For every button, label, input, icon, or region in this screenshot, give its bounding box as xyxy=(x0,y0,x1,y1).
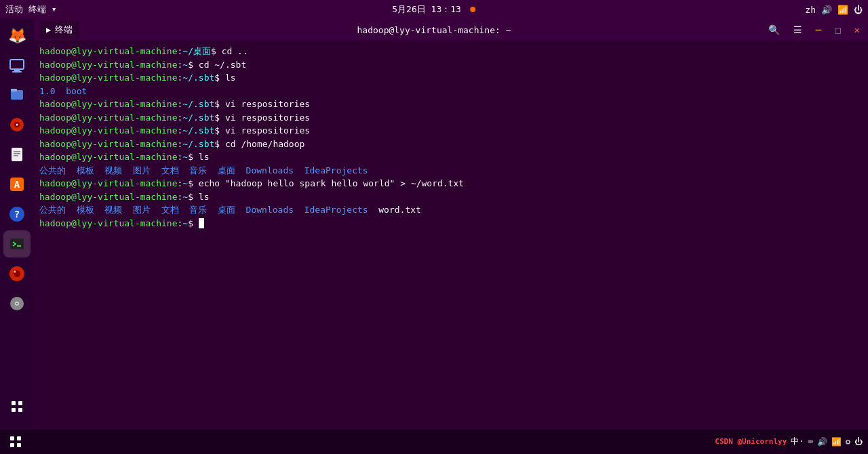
prompt-6-dir: ~/.sbt xyxy=(182,112,214,123)
watermark-text: CSDN @Unicornlyy xyxy=(715,437,787,446)
dir-moban: 模板 xyxy=(77,165,94,176)
prompt-5-dir: ~/.sbt xyxy=(182,99,214,109)
prompt-3-dollar: $ ls xyxy=(214,73,235,83)
tab-label: 终端 xyxy=(55,24,73,36)
dir-zhuomian: 桌面 xyxy=(218,165,235,176)
prompt-8-dir: ~/.sbt xyxy=(182,139,214,149)
prompt-2-dollar: $ cd ~/.sbt xyxy=(188,60,246,70)
prompt-6-green: hadoop@lyy-virtual-machine xyxy=(39,112,178,123)
svg-point-23 xyxy=(16,303,18,304)
prompt-1-dir: ~/桌面 xyxy=(182,46,211,56)
sidebar-icon-appstore[interactable]: A xyxy=(3,171,31,198)
prompt-7-dollar: $ vi respositories xyxy=(214,125,310,136)
dir-gonggong: 公共的 xyxy=(39,165,66,176)
sidebar-icon-help[interactable]: ? xyxy=(3,201,31,228)
close-button[interactable]: ✕ xyxy=(852,23,863,37)
prompt-11-dollar: $ echo "hadoop hello spark hello world" … xyxy=(188,178,464,188)
minimize-button[interactable]: ─ xyxy=(813,23,824,37)
dir2-ideaprojects: IdeaProjects xyxy=(304,205,368,215)
dir-ideaprojects: IdeaProjects xyxy=(304,165,368,176)
prompt-12-green: hadoop@lyy-virtual-machine xyxy=(39,192,178,202)
taskbar-network[interactable]: 📶 xyxy=(831,437,842,447)
terminal-line-7: hadoop@lyy-virtual-machine:~/.sbt$ vi re… xyxy=(39,124,863,138)
terminal-line-14: hadoop@lyy-virtual-machine:~$ xyxy=(39,217,863,230)
prompt-6-dollar: $ vi respositories xyxy=(214,112,310,123)
prompt-5-green: hadoop@lyy-virtual-machine xyxy=(39,99,178,109)
svg-rect-25 xyxy=(18,401,22,405)
terminal-menu[interactable]: 终端 ▾ xyxy=(28,3,57,16)
taskbar-volume[interactable]: 🔊 xyxy=(817,437,827,447)
terminal-titlebar-right: 🔍 ☰ ─ □ ✕ xyxy=(766,23,863,37)
sidebar-icon-firefox[interactable]: 🦊 xyxy=(3,22,31,49)
power-icon[interactable]: ⏻ xyxy=(854,5,863,15)
cursor xyxy=(199,218,204,228)
svg-text:?: ? xyxy=(14,209,20,220)
terminal-title: hadoop@lyy-virtual-machine: ~ xyxy=(357,25,511,35)
terminal-line-1: hadoop@lyy-virtual-machine:~/桌面$ cd .. xyxy=(39,45,863,58)
sidebar-icon-camera[interactable] xyxy=(3,260,31,287)
sidebar-icon-files[interactable] xyxy=(3,81,31,108)
terminal-titlebar-left: ▶ 终端 xyxy=(39,21,79,39)
sidebar-icon-music[interactable] xyxy=(3,111,31,138)
output-boot: boot xyxy=(66,86,87,96)
network-icon[interactable]: 📶 xyxy=(837,5,848,15)
prompt-3-dir: ~/.sbt xyxy=(182,73,214,83)
terminal-content[interactable]: hadoop@lyy-virtual-machine:~/桌面$ cd .. h… xyxy=(34,41,868,428)
output-10: 1.0 xyxy=(39,86,55,96)
svg-rect-24 xyxy=(12,401,16,405)
svg-rect-0 xyxy=(10,60,24,69)
sidebar-icon-text[interactable] xyxy=(3,141,31,168)
svg-rect-1 xyxy=(14,69,20,71)
svg-rect-26 xyxy=(12,408,16,412)
svg-rect-2 xyxy=(12,71,22,73)
sidebar-icon-dvd[interactable] xyxy=(3,290,31,317)
svg-rect-27 xyxy=(18,408,22,412)
svg-rect-30 xyxy=(10,443,14,447)
sidebar-bottom xyxy=(3,393,31,426)
svg-point-7 xyxy=(16,124,18,126)
terminal-tab[interactable]: ▶ 终端 xyxy=(39,21,79,39)
svg-rect-9 xyxy=(14,151,20,152)
volume-icon[interactable]: 🔊 xyxy=(821,5,832,15)
activity-label[interactable]: 活动 xyxy=(5,3,23,16)
prompt-8-dollar: $ cd /home/hadoop xyxy=(214,139,304,149)
terminal-line-8: hadoop@lyy-virtual-machine:~/.sbt$ cd /h… xyxy=(39,138,863,151)
tab-terminal-icon: ▶ xyxy=(46,25,51,35)
taskbar-power[interactable]: ⏻ xyxy=(854,437,863,447)
sidebar-icon-system[interactable] xyxy=(3,51,31,79)
svg-text:A: A xyxy=(14,179,20,190)
maximize-button[interactable]: □ xyxy=(832,23,843,37)
prompt-2-green: hadoop@lyy-virtual-machine xyxy=(39,60,178,70)
taskbar-grid-icon[interactable] xyxy=(5,432,26,452)
prompt-12-dir: ~ xyxy=(182,192,188,202)
prompt-14-dollar: $ xyxy=(188,218,199,228)
terminal-line-4-output: 1.0 boot xyxy=(39,85,863,98)
file-wordtxt: word.txt xyxy=(378,205,421,215)
topbar-right: zh 🔊 📶 ⏻ xyxy=(805,5,863,15)
dir-downloads: Downloads xyxy=(246,165,294,176)
sidebar-icon-terminal[interactable] xyxy=(3,230,31,257)
search-button[interactable]: 🔍 xyxy=(766,23,783,37)
lang-indicator[interactable]: zh xyxy=(805,5,816,15)
datetime-label: 5月26日 13：13 xyxy=(392,4,461,14)
dir2-zhuomian: 桌面 xyxy=(218,205,235,215)
menu-button[interactable]: ☰ xyxy=(791,23,805,37)
topbar-left: 活动 终端 ▾ xyxy=(5,3,57,16)
prompt-3-green: hadoop@lyy-virtual-machine xyxy=(39,73,178,83)
taskbar-settings[interactable]: ⚙ xyxy=(846,437,850,447)
prompt-9-dollar: $ ls xyxy=(188,152,209,162)
taskbar-lang[interactable]: 中· xyxy=(791,436,804,447)
svg-rect-11 xyxy=(14,155,18,157)
prompt-14-green: hadoop@lyy-virtual-machine xyxy=(39,218,178,228)
terminal-line-3: hadoop@lyy-virtual-machine:~/.sbt$ ls xyxy=(39,71,863,85)
taskbar-keyboard[interactable]: ⌨ xyxy=(808,437,813,447)
apps-grid-icon[interactable] xyxy=(3,393,31,420)
svg-rect-16 xyxy=(10,239,24,249)
svg-rect-8 xyxy=(12,148,22,161)
prompt-2-dir: ~ xyxy=(182,60,188,70)
prompt-8-green: hadoop@lyy-virtual-machine xyxy=(39,139,178,149)
prompt-1-green: hadoop@lyy-virtual-machine xyxy=(39,46,178,56)
terminal-line-13-output: 公共的 模板 视频 图片 文档 音乐 桌面 Downloads IdeaProj… xyxy=(39,203,863,217)
prompt-9-green: hadoop@lyy-virtual-machine xyxy=(39,152,178,162)
prompt-5-dollar: $ vi respositories xyxy=(214,99,310,109)
